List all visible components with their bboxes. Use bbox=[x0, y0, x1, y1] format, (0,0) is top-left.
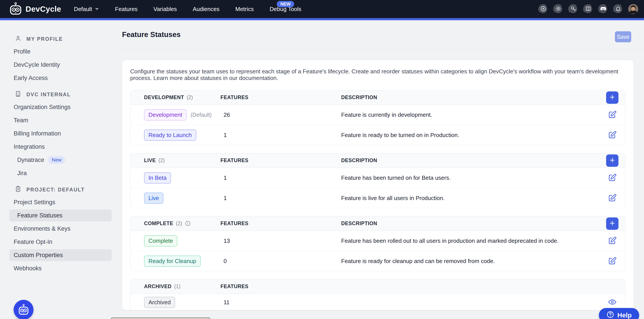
table-header: DEVELOPMENT (2) FEATURES DESCRIPTION bbox=[130, 90, 626, 105]
sidebar-item-webhooks[interactable]: Webhooks bbox=[0, 262, 121, 275]
discord-icon bbox=[600, 6, 606, 12]
status-badge[interactable]: Live bbox=[144, 192, 164, 204]
devcycle-logo[interactable]: DevCycle bbox=[9, 2, 61, 16]
sidebar-item-billing-information[interactable]: Billing Information bbox=[0, 127, 121, 140]
discord-button[interactable] bbox=[598, 4, 608, 14]
top-navbar: DevCycle Default Features Variables Audi… bbox=[0, 0, 644, 18]
status-table-development: DEVELOPMENT (2) FEATURES DESCRIPTION Dev… bbox=[130, 90, 626, 145]
question-circle-icon bbox=[606, 311, 614, 319]
sidebar-item-project-settings[interactable]: Project Settings bbox=[0, 196, 121, 209]
clipboard-icon bbox=[14, 186, 22, 194]
features-column-header: FEATURES bbox=[220, 158, 341, 164]
sidebar-item-feature-statuses[interactable]: Feature Statuses bbox=[9, 210, 112, 222]
status-badge[interactable]: Ready to Launch bbox=[144, 130, 196, 141]
user-avatar[interactable] bbox=[628, 4, 638, 14]
add-status-button[interactable] bbox=[606, 218, 618, 230]
plus-icon bbox=[609, 220, 616, 227]
table-row: Ready for Cleanup 0 Feature is ready for… bbox=[130, 251, 626, 271]
org-switcher-menu[interactable]: Default bbox=[74, 0, 99, 18]
table-header: COMPLETE (2) FEATURES DESCRIPTION bbox=[130, 216, 626, 231]
nav-features[interactable]: Features bbox=[115, 0, 138, 18]
sidebar-item-integrations[interactable]: Integrations bbox=[0, 140, 121, 153]
edit-status-button[interactable] bbox=[607, 193, 617, 203]
settings-sidebar: MY PROFILE Profile DevCycle Identity Ear… bbox=[0, 20, 121, 275]
nav-variables[interactable]: Variables bbox=[154, 0, 177, 18]
status-badge[interactable]: Archived bbox=[144, 297, 175, 308]
brand-name: DevCycle bbox=[26, 5, 61, 14]
edit-status-button[interactable] bbox=[607, 173, 617, 183]
help-button[interactable]: Help bbox=[599, 308, 639, 319]
sidebar-section-dvc-internal: DVC INTERNAL Organization Settings Team … bbox=[0, 88, 121, 180]
table-row: Development (Default) 26 Feature is curr… bbox=[130, 105, 626, 125]
status-table-live: LIVE (2) FEATURES DESCRIPTION In Beta 1 … bbox=[130, 153, 626, 208]
sidebar-heading-my-profile: MY PROFILE bbox=[0, 33, 121, 45]
sidebar-item-environments-keys[interactable]: Environments & Keys bbox=[0, 222, 121, 235]
sidebar-section-project-default: PROJECT: DEFAULT Project Settings Featur… bbox=[0, 184, 121, 275]
documentation-button[interactable] bbox=[583, 4, 593, 14]
notifications-button[interactable] bbox=[613, 4, 623, 14]
status-badge[interactable]: In Beta bbox=[144, 172, 171, 184]
new-badge: NEW bbox=[277, 1, 294, 7]
plus-icon bbox=[609, 157, 616, 164]
sidebar-item-early-access[interactable]: Early Access bbox=[0, 72, 121, 84]
nav-debug-tools[interactable]: NEW Debug Tools bbox=[270, 0, 301, 18]
status-badge[interactable]: Complete bbox=[144, 235, 177, 246]
intro-text: Configure the statuses your team uses to… bbox=[130, 68, 626, 81]
sidebar-item-organization-settings[interactable]: Organization Settings bbox=[0, 100, 121, 114]
add-status-button[interactable] bbox=[606, 154, 618, 167]
edit-pencil-icon bbox=[608, 173, 617, 183]
category-name: ARCHIVED bbox=[144, 284, 172, 290]
sidebar-item-devcycle-identity[interactable]: DevCycle Identity bbox=[0, 58, 121, 72]
devcycle-robot-icon bbox=[18, 304, 30, 316]
sidebar-section-my-profile: MY PROFILE Profile DevCycle Identity Ear… bbox=[0, 33, 121, 84]
category-name: DEVELOPMENT bbox=[144, 94, 184, 100]
building-icon bbox=[14, 90, 22, 99]
status-description: Feature has been rolled out to all users… bbox=[341, 238, 599, 244]
table-row: In Beta 1 Feature has been turned on for… bbox=[130, 168, 626, 188]
sidebar-item-jira[interactable]: Jira bbox=[0, 166, 121, 180]
edit-status-button[interactable] bbox=[607, 110, 617, 120]
status-badge[interactable]: Development bbox=[144, 109, 186, 120]
features-count: 1 bbox=[220, 174, 341, 181]
description-column-header: DESCRIPTION bbox=[341, 158, 599, 164]
sidebar-item-custom-properties[interactable]: Custom Properties bbox=[9, 249, 112, 261]
primary-nav: Default Features Variables Audiences Met… bbox=[74, 0, 302, 18]
features-column-header: FEATURES bbox=[220, 220, 341, 226]
table-row: Complete 13 Feature has been rolled out … bbox=[130, 231, 626, 251]
edit-status-button[interactable] bbox=[607, 236, 617, 246]
sidebar-item-feature-opt-in[interactable]: Feature Opt-In bbox=[0, 235, 121, 248]
add-circle-button[interactable] bbox=[538, 4, 548, 14]
devcycle-assistant-button[interactable] bbox=[14, 300, 34, 319]
bottom-sheet-edge bbox=[111, 318, 210, 319]
nav-audiences[interactable]: Audiences bbox=[193, 0, 219, 18]
save-button[interactable]: Save bbox=[615, 31, 631, 42]
info-icon[interactable] bbox=[185, 220, 191, 226]
status-description: Feature is currently in development. bbox=[341, 112, 599, 118]
gear-icon bbox=[555, 6, 561, 12]
table-row: Archived 11 bbox=[130, 294, 626, 310]
status-badge[interactable]: Ready for Cleanup bbox=[144, 256, 201, 267]
settings-button[interactable] bbox=[553, 4, 563, 14]
features-count: 1 bbox=[220, 132, 341, 138]
page-header: Feature Statuses Save bbox=[121, 20, 644, 49]
top-progress-bar bbox=[0, 18, 644, 20]
nav-metrics[interactable]: Metrics bbox=[236, 0, 254, 18]
eye-icon bbox=[608, 298, 617, 307]
sidebar-item-dynatrace[interactable]: Dynatrace New bbox=[0, 153, 121, 166]
api-keys-button[interactable] bbox=[568, 4, 578, 14]
status-description: Feature has been turned on for Beta user… bbox=[341, 174, 599, 181]
category-name: COMPLETE bbox=[144, 220, 173, 226]
plus-icon bbox=[609, 94, 616, 101]
view-status-button[interactable] bbox=[607, 297, 617, 307]
add-status-button[interactable] bbox=[606, 92, 618, 104]
category-count: (2) bbox=[158, 158, 165, 164]
table-row: Live 1 Feature is live for all users in … bbox=[130, 188, 626, 208]
edit-status-button[interactable] bbox=[607, 130, 617, 140]
features-count: 26 bbox=[220, 112, 341, 118]
sidebar-item-profile[interactable]: Profile bbox=[0, 45, 121, 58]
edit-status-button[interactable] bbox=[607, 256, 617, 266]
description-column-header: DESCRIPTION bbox=[341, 220, 599, 226]
person-icon bbox=[14, 35, 22, 43]
sidebar-item-team[interactable]: Team bbox=[0, 114, 121, 127]
book-open-icon bbox=[585, 6, 591, 12]
